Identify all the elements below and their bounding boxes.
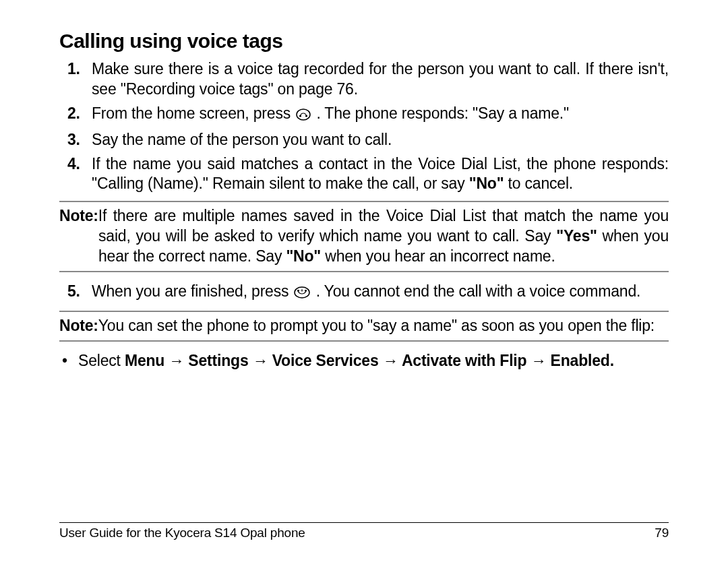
step-4: If the name you said matches a contact i… — [92, 154, 669, 195]
step-3-text: Say the name of the person you want to c… — [92, 131, 392, 148]
step-2: From the home screen, press . The phone … — [92, 104, 669, 126]
step-list: Make sure there is a voice tag recorded … — [59, 59, 669, 194]
call-key-icon — [296, 106, 311, 126]
note-1-yes: "Yes" — [556, 227, 597, 245]
bullet-path: Menu → Settings → Voice Services → Activ… — [125, 352, 614, 369]
step-2a: From the home screen, press — [92, 104, 295, 122]
svg-point-0 — [297, 109, 310, 120]
note-1: Note:If there are multiple names saved i… — [59, 201, 669, 272]
step-1-text: Make sure there is a voice tag recorded … — [92, 60, 669, 98]
note-2-t1: You can set the phone to prompt you to "… — [98, 317, 655, 334]
footer-page-number: 79 — [655, 526, 669, 540]
bullet-item: Select Menu → Settings → Voice Services … — [59, 351, 669, 371]
svg-rect-4 — [297, 290, 299, 292]
page-footer: User Guide for the Kyocera S14 Opal phon… — [59, 522, 669, 540]
end-key-icon — [294, 284, 310, 304]
svg-point-6 — [301, 290, 303, 291]
note-1-no: "No" — [286, 247, 321, 265]
step-4a: If the name you said matches a contact i… — [92, 155, 669, 193]
page-title: Calling using voice tags — [59, 30, 669, 53]
document-page: Calling using voice tags Make sure there… — [0, 0, 728, 385]
step-2b: . The phone responds: "Say a name." — [312, 104, 569, 122]
svg-rect-5 — [305, 290, 307, 292]
step-3: Say the name of the person you want to c… — [92, 130, 669, 150]
step-5b: . You cannot end the call with a voice c… — [311, 282, 640, 300]
svg-rect-1 — [299, 115, 301, 117]
note-2-label: Note: — [59, 317, 98, 334]
step-1: Make sure there is a voice tag recorded … — [92, 59, 669, 100]
svg-point-3 — [295, 287, 309, 298]
step-4b: to cancel. — [504, 175, 573, 192]
svg-rect-2 — [305, 115, 307, 117]
step-5: When you are finished, press . You canno… — [92, 282, 669, 304]
step-4-no: "No" — [469, 175, 504, 192]
step-list-cont: When you are finished, press . You canno… — [59, 282, 669, 304]
bullet-pre: Select — [78, 352, 125, 369]
footer-left: User Guide for the Kyocera S14 Opal phon… — [59, 526, 305, 540]
step-5a: When you are finished, press — [92, 282, 293, 300]
note-2: Note:You can set the phone to prompt you… — [59, 311, 669, 342]
note-1-label: Note: — [59, 207, 98, 224]
note-1-t3: when you hear an incorrect name. — [321, 247, 555, 265]
